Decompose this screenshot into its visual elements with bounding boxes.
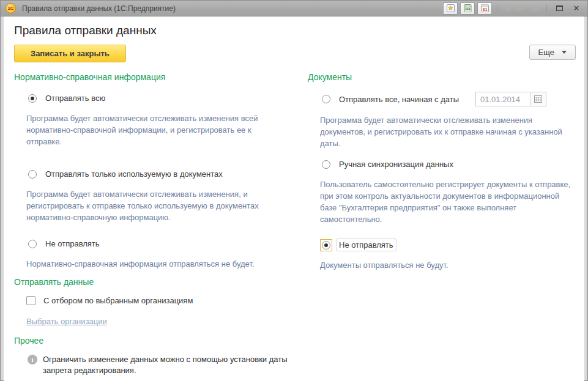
1c-logo-icon: 1С <box>6 3 16 13</box>
calendar-icon[interactable]: 31 <box>477 2 492 15</box>
more-button[interactable]: Еще <box>529 45 576 60</box>
memory-m-button[interactable]: М <box>502 5 512 12</box>
radio-no-send-nsi[interactable] <box>28 240 37 248</box>
svg-text:31: 31 <box>483 7 488 12</box>
memory-m-plus-button[interactable]: М+ <box>515 5 528 12</box>
radio-option-no-send-nsi[interactable]: Не отправлять <box>26 237 297 250</box>
column-documents: Документы Отправлять все, начиная с даты… <box>308 72 576 381</box>
info-icon: i <box>28 355 37 364</box>
hint-no-send-nsi: Нормативно-справочная информация отправл… <box>26 258 297 270</box>
select-organizations-link[interactable]: Выбрать организации <box>26 317 107 326</box>
section-header-send-data: Отправлять данные <box>14 277 297 287</box>
radio-label[interactable]: Отправлять всю <box>42 92 108 105</box>
radio-option-send-used-nsi[interactable]: Отправлять только используемую в докумен… <box>26 168 297 180</box>
titlebar-separator <box>497 4 497 13</box>
hint-send-all-docs: Программа будет автоматически отслеживат… <box>320 114 576 149</box>
radio-label[interactable]: Не отправлять <box>42 237 103 250</box>
checkbox-label[interactable]: С отбором по выбранным организациям <box>43 296 193 305</box>
start-date-field[interactable]: 01.01.2014 <box>475 92 546 106</box>
info-text: Ограничить изменение данных можно с помо… <box>43 354 297 376</box>
hint-manual-sync: Пользователь самостоятельно регистрирует… <box>320 179 576 225</box>
start-date-value[interactable]: 01.01.2014 <box>476 92 530 106</box>
column-reference-info: Нормативно-справочная информация Отправл… <box>14 72 297 381</box>
command-bar: Записать и закрыть Еще <box>14 45 576 62</box>
radio-label[interactable]: Отправлять все, начиная с даты <box>336 93 462 106</box>
save-and-close-button[interactable]: Записать и закрыть <box>14 45 126 62</box>
chevron-down-icon <box>562 51 567 54</box>
date-picker-button[interactable] <box>530 92 546 106</box>
maximize-button[interactable] <box>552 2 567 15</box>
radio-label[interactable]: Ручная синхронизация данных <box>336 158 456 171</box>
more-button-label: Еще <box>538 48 554 57</box>
radio-send-all-nsi[interactable] <box>28 94 37 103</box>
checkbox-org-filter[interactable] <box>26 296 35 305</box>
titlebar: 1С Правила отправки данных (1С:Предприят… <box>1 1 587 17</box>
calculator-icon[interactable] <box>460 2 475 15</box>
checkbox-row-org-filter[interactable]: С отбором по выбранным организациям <box>26 296 297 305</box>
app-window: 1С Правила отправки данных (1С:Предприят… <box>0 0 588 381</box>
radio-no-send-docs[interactable] <box>322 241 330 250</box>
radio-option-send-all-docs[interactable]: Отправлять все, начиная с даты 01.01.201… <box>320 92 576 106</box>
radio-send-used-nsi[interactable] <box>28 170 37 179</box>
radio-option-send-all-nsi[interactable]: Отправлять всю <box>26 92 297 105</box>
close-button[interactable]: ✕ <box>569 2 584 15</box>
titlebar-separator <box>546 4 547 13</box>
window-title: Правила отправки данных (1С:Предприятие) <box>22 4 443 13</box>
radio-send-all-docs[interactable] <box>322 95 330 103</box>
info-row: i Ограничить изменение данных можно с по… <box>28 354 297 376</box>
section-header-nsi: Нормативно-справочная информация <box>14 72 297 82</box>
radio-option-manual-sync[interactable]: Ручная синхронизация данных <box>320 158 576 171</box>
page-title: Правила отправки данных <box>14 24 576 37</box>
radio-manual-sync[interactable] <box>322 160 330 169</box>
radio-option-no-send-docs[interactable]: Не отправлять <box>320 239 576 251</box>
radio-label[interactable]: Не отправлять <box>336 239 396 251</box>
section-header-other: Прочее <box>14 336 297 346</box>
calendar-picker-icon <box>534 95 542 103</box>
section-header-documents: Документы <box>308 72 576 82</box>
hint-send-all-nsi: Программа будет автоматически отслеживат… <box>26 113 278 147</box>
form-content: Правила отправки данных Записать и закры… <box>4 17 584 381</box>
window-frame: Правила отправки данных Записать и закры… <box>1 17 587 381</box>
radio-label[interactable]: Отправлять только используемую в докумен… <box>42 168 226 180</box>
hint-send-used-nsi: Программа будет автоматически отслеживат… <box>26 188 278 223</box>
hint-no-send-docs: Документы отправляться не будут. <box>320 259 576 271</box>
memory-m-minus-button[interactable]: М- <box>530 5 541 12</box>
favorites-star-icon[interactable] <box>443 2 458 15</box>
